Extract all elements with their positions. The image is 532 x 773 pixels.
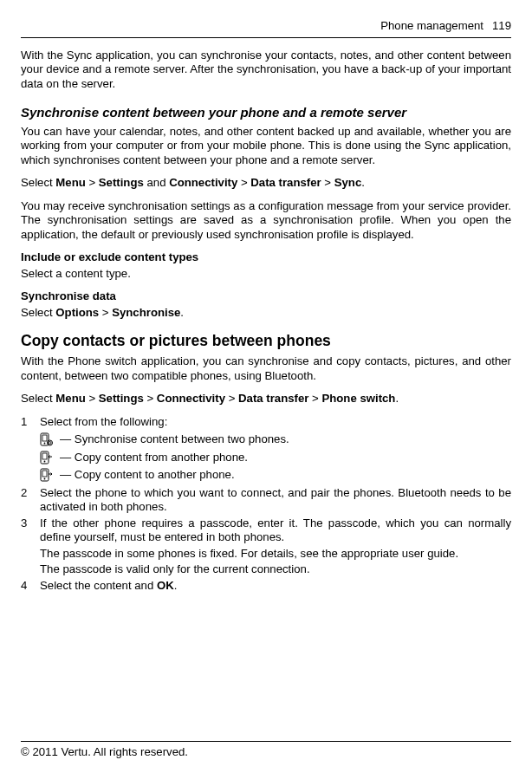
sync-path: Select Menu > Settings and Connectivity … [21, 176, 511, 191]
sep: > [86, 176, 99, 189]
header-section: Phone management [380, 19, 483, 34]
step-3-note-b: The passcode is valid only for the curre… [40, 562, 511, 577]
sep: > [99, 306, 112, 319]
svg-point-2 [44, 443, 46, 445]
heading-sync-data: Synchronise data [21, 289, 511, 304]
menu-step: Data transfer [238, 392, 308, 405]
step-text: If the other phone requires a passcode, … [40, 516, 511, 545]
menu-step: Options [55, 306, 99, 319]
menu-step: Menu [55, 176, 85, 189]
step-text: Select the content and OK. [40, 579, 511, 594]
step-number: 4 [21, 579, 40, 594]
sep: > [321, 176, 334, 189]
option-text: — Synchronise content between two phones… [60, 432, 289, 447]
menu-step: Connectivity [157, 392, 225, 405]
heading-copy: Copy contacts or pictures between phones [21, 332, 511, 351]
menu-step: Settings [99, 392, 144, 405]
step-3: 3 If the other phone requires a passcode… [21, 516, 511, 545]
text: . [174, 579, 178, 592]
text: Select [21, 176, 55, 189]
page-footer: © 2011 Vertu. All rights reserved. [21, 741, 511, 760]
sync-data-body: Select Options > Synchronise. [21, 306, 511, 321]
ordered-steps: 1 Select from the following: — Synchroni… [21, 415, 511, 594]
phone-arrow-out-icon [40, 468, 53, 482]
sep: > [144, 392, 157, 405]
svg-rect-8 [42, 471, 47, 477]
menu-step: Sync [334, 176, 362, 189]
ok-label: OK [157, 579, 174, 592]
sync-p1: You can have your calendar, notes, and o… [21, 125, 511, 168]
text: Select [21, 306, 55, 319]
text: and [144, 176, 169, 189]
option-text: — Copy content from another phone. [60, 451, 248, 465]
sep: > [86, 392, 99, 405]
step-1: 1 Select from the following: [21, 415, 511, 430]
option-sync-both: — Synchronise content between two phones… [40, 432, 511, 447]
page-header: Phone management 119 [21, 19, 511, 38]
svg-point-6 [44, 460, 46, 462]
sep: > [308, 392, 321, 405]
menu-step: Menu [55, 392, 85, 405]
sep: > [237, 176, 250, 189]
include-exclude-body: Select a content type. [21, 267, 511, 282]
menu-step: Synchronise [112, 306, 180, 319]
phone-sync-icon [40, 432, 53, 446]
text: Select the content and [40, 579, 157, 592]
phone-arrow-in-icon [40, 451, 53, 464]
menu-step: Data transfer [250, 176, 321, 189]
step-number: 3 [21, 516, 40, 545]
step-text: Select from the following: [40, 415, 511, 430]
step-4: 4 Select the content and OK. [21, 579, 511, 594]
step-number: 1 [21, 415, 40, 430]
svg-rect-1 [42, 435, 47, 441]
copy-path: Select Menu > Settings > Connectivity > … [21, 392, 511, 406]
step-3-note-a: The passcode in some phones is fixed. Fo… [40, 547, 511, 562]
svg-point-3 [48, 440, 53, 445]
step-number: 2 [21, 486, 40, 515]
document-page: Phone management 119 With the Sync appli… [0, 0, 532, 773]
heading-include-exclude: Include or exclude content types [21, 250, 511, 265]
option-copy-to: — Copy content to another phone. [40, 468, 511, 483]
menu-step: Connectivity [169, 176, 237, 189]
svg-point-9 [44, 478, 46, 480]
svg-rect-5 [42, 453, 47, 459]
option-text: — Copy content to another phone. [60, 468, 235, 483]
copy-p1: With the Phone switch application, you c… [21, 354, 511, 383]
option-copy-from: — Copy content from another phone. [40, 451, 511, 465]
sep: > [225, 392, 238, 405]
text: Select [21, 392, 55, 405]
menu-step: Settings [99, 176, 144, 189]
header-page-number: 119 [492, 19, 511, 34]
intro-paragraph: With the Sync application, you can synch… [21, 49, 511, 92]
menu-step: Phone switch [321, 392, 395, 405]
step-text: Select the phone to which you want to co… [40, 486, 511, 515]
heading-sync: Synchronise content between your phone a… [21, 105, 511, 121]
step-2: 2 Select the phone to which you want to … [21, 486, 511, 515]
sync-p2: You may receive synchronisation settings… [21, 199, 511, 243]
